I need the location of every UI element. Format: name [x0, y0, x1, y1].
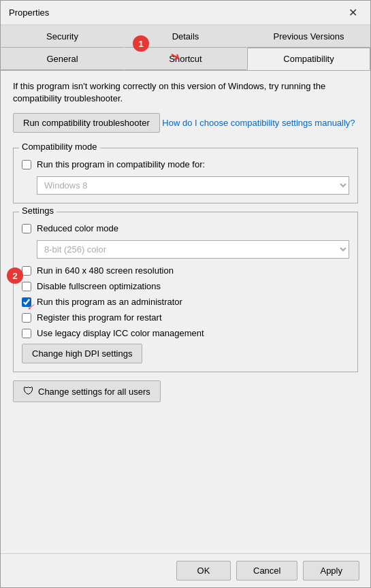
close-button[interactable]: ✕	[343, 5, 362, 21]
change-all-label: Change settings for all users	[38, 387, 150, 397]
how-link[interactable]: How do I choose compatibility settings m…	[162, 118, 355, 128]
annotation-1: 1	[133, 35, 149, 52]
reduced-color-row: Reduced color mode	[22, 223, 349, 233]
window-title: Properties	[9, 7, 49, 18]
tab-previous-versions[interactable]: Previous Versions	[247, 25, 370, 48]
admin-row: Run this program as an administrator	[22, 297, 349, 307]
tab-general[interactable]: General	[1, 48, 124, 70]
reduced-color-label: Reduced color mode	[37, 223, 118, 233]
icc-checkbox[interactable]	[22, 329, 31, 338]
fullscreen-label: Disable fullscreen optimizations	[37, 281, 161, 291]
annotation-2: 2	[7, 267, 23, 284]
fullscreen-row: Disable fullscreen optimizations	[22, 281, 349, 291]
restart-checkbox[interactable]	[22, 313, 31, 323]
fullscreen-checkbox[interactable]	[22, 282, 31, 291]
run-troubleshooter-button[interactable]: Run compatibility troubleshooter	[13, 113, 160, 133]
footer: OK Cancel Apply	[1, 553, 370, 587]
compatibility-mode-dropdown[interactable]: Windows 8	[37, 176, 349, 195]
restart-label: Register this program for restart	[37, 312, 162, 323]
tab-security[interactable]: Security	[1, 25, 124, 48]
icc-label: Use legacy display ICC color management	[37, 328, 204, 338]
resolution-checkbox[interactable]	[22, 266, 31, 276]
change-dpi-button[interactable]: Change high DPI settings	[22, 344, 142, 363]
tab-compatibility[interactable]: Compatibility	[247, 48, 370, 70]
tab-bar: Security Details Previous Versions Gener…	[1, 25, 370, 71]
icc-row: Use legacy display ICC color management	[22, 328, 349, 338]
admin-label: Run this program as an administrator	[37, 297, 182, 307]
resolution-row: Run in 640 x 480 screen resolution	[22, 265, 349, 276]
resolution-label: Run in 640 x 480 screen resolution	[37, 265, 174, 276]
reduced-color-checkbox[interactable]	[22, 224, 31, 233]
ok-button[interactable]: OK	[176, 561, 231, 581]
compatibility-mode-checkbox[interactable]	[22, 160, 31, 169]
tab-content: If this program isn't working correctly …	[1, 71, 370, 553]
title-bar: Properties ✕	[1, 1, 370, 25]
compatibility-mode-group: Compatibility mode Run this program in c…	[13, 148, 358, 203]
color-mode-dropdown[interactable]: 8-bit (256) color	[37, 240, 349, 259]
cancel-button[interactable]: Cancel	[236, 561, 297, 581]
restart-row: Register this program for restart	[22, 312, 349, 323]
change-all-users-button[interactable]: 🛡 Change settings for all users	[13, 380, 161, 402]
apply-button[interactable]: Apply	[303, 561, 359, 581]
compatibility-mode-checkbox-label: Run this program in compatibility mode f…	[37, 159, 205, 169]
intro-text: If this program isn't working correctly …	[13, 80, 358, 105]
shield-icon: 🛡	[23, 385, 34, 397]
compatibility-mode-row: Run this program in compatibility mode f…	[22, 159, 349, 169]
settings-label: Settings	[19, 206, 57, 216]
settings-group: Settings Reduced color mode 8-bit (256) …	[13, 212, 358, 372]
compatibility-mode-label: Compatibility mode	[19, 142, 100, 152]
